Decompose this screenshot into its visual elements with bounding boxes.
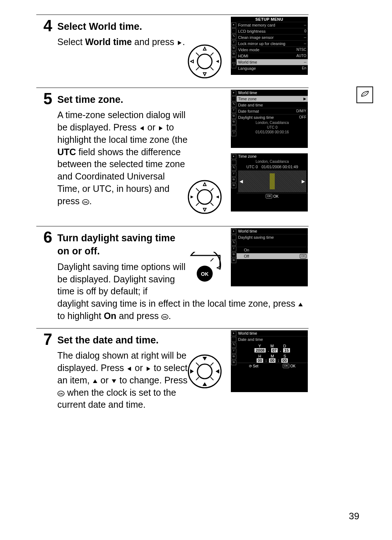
ok-button-icon: OK [57, 391, 65, 396]
svg-line-18 [211, 258, 213, 261]
step-text: Daylight saving time options will be dis… [57, 261, 188, 298]
lcd-rows: Format memory card-- LCD brightness0 Cle… [237, 22, 308, 75]
lcd-subtitle: Daylight saving time [238, 235, 274, 239]
step-6: 6 Turn daylight saving time on or off. D… [36, 226, 309, 328]
lcd-timestamp: 01/01/2008 00:00:16 [237, 130, 308, 134]
hms-values: 00: 00: 00 [237, 358, 308, 363]
lcd-timezone-map: ▸·✎Y⧉⧉ Time zone London, Casablanca UTC … [231, 153, 308, 211]
step-4: 4 Select World time. Select World time a… [36, 15, 309, 88]
down-arrow-icon [111, 378, 117, 384]
svg-point-22 [197, 364, 212, 379]
step-text-continued: daylight saving time is in effect in the… [57, 298, 309, 322]
step-title: Turn daylight saving time on or off. [57, 231, 188, 258]
lcd-title: Time zone [238, 154, 257, 158]
ok-button-icon: OK [82, 199, 89, 205]
multi-selector-icon [187, 354, 222, 389]
svg-text:OK: OK [163, 315, 167, 319]
step-number: 6 [36, 229, 54, 324]
multi-selector-icon [187, 180, 222, 214]
lcd-timezone-name: London, Casablanca [237, 159, 308, 164]
lcd-timezone-name: London, Casablanca [237, 120, 308, 125]
page-number: 39 [349, 511, 359, 522]
section-tab [356, 86, 373, 103]
up-arrow-icon [298, 302, 303, 307]
ok-selector-icon: OK [187, 252, 222, 287]
right-arrow-icon [177, 40, 183, 46]
step-5: 5 Set time zone. A time-zone selection d… [36, 88, 309, 226]
lcd-title: SETUP MENU [231, 17, 308, 22]
lcd-utc: UTC 0 [237, 125, 308, 130]
right-arrow-icon [158, 125, 164, 131]
ok-badge: OK [300, 254, 306, 258]
svg-point-1 [197, 54, 212, 69]
svg-text:OK: OK [83, 201, 88, 204]
lcd-title: World time [238, 229, 257, 233]
step-number: 5 [36, 91, 54, 222]
step-text: A time-zone selection dialog will be dis… [57, 109, 188, 207]
lcd-datetime: ▸·✎Y⧉⧉ World time Date and time Y M D 20… [231, 330, 308, 392]
lcd-setup-menu: SETUP MENU ▸·✎Y⧉⧉? Format memory card-- … [231, 17, 308, 75]
dst-on-option: On [244, 248, 249, 252]
up-arrow-icon [92, 378, 98, 384]
svg-point-9 [197, 190, 212, 204]
svg-text:OK: OK [59, 392, 63, 395]
ok-hint: OKOK [283, 364, 295, 368]
ymd-values: 2008. 07. 15 [237, 348, 308, 352]
right-arrow-icon [146, 366, 151, 372]
step-text: Select World time and press . [57, 36, 188, 48]
ymd-labels: Y M D [237, 342, 308, 348]
lcd-icons-column: ▸·✎Y⧉⧉? [231, 22, 237, 75]
set-hint: ⟳Set [249, 364, 258, 368]
lcd-worldtime-menu: ▸·✎Y⧉⧉? World time Time zone▶ Date and t… [231, 90, 308, 148]
step-text: The dialog shown at right will be displa… [57, 350, 188, 411]
manual-page: 4 Select World time. Select World time a… [0, 0, 392, 540]
lcd-title: World time [238, 90, 257, 95]
step-number: 4 [36, 18, 54, 83]
step-number: 7 [36, 331, 54, 426]
dst-off-option: Off [244, 254, 249, 258]
left-arrow-icon: ◀ [240, 179, 243, 184]
hms-labels: H M S [237, 352, 308, 358]
left-arrow-icon [139, 125, 145, 131]
right-arrow-icon: ▶ [302, 179, 305, 184]
world-map-icon: ◀ ▶ [238, 170, 306, 192]
leaf-icon [360, 90, 369, 100]
lcd-dst-menu: ▸·✎Y⧉⧉ World time Daylight saving time O… [231, 228, 308, 286]
left-arrow-icon [126, 366, 132, 372]
lcd-title: World time [238, 331, 257, 335]
svg-text:OK: OK [201, 271, 209, 277]
ok-button-icon: OK [161, 314, 168, 320]
step-7: 7 Set the date and time. The dialog show… [36, 329, 309, 430]
lcd-subtitle: Date and time [238, 337, 263, 342]
multi-selector-icon [187, 44, 222, 79]
